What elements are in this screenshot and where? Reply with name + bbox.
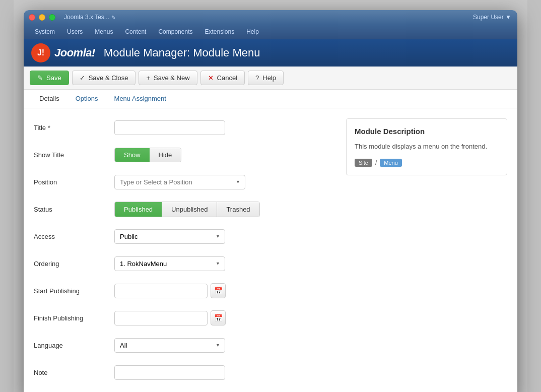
position-row: Position [34, 173, 336, 191]
breadcrumb-menu-tag: Menu [380, 159, 402, 167]
access-label: Access [34, 233, 114, 240]
breadcrumb-site-tag: Site [355, 159, 372, 167]
header-bar: J! Joomla! Module Manager: Module Menu [24, 39, 517, 67]
page-title: Module Manager: Module Menu [104, 46, 260, 59]
calendar-icon-2: 📅 [214, 314, 223, 322]
start-publishing-input[interactable] [114, 284, 208, 298]
finish-publishing-row: Finish Publishing 📅 [34, 309, 336, 327]
logo: J! Joomla! [31, 43, 95, 62]
toolbar: Save Save & Close Save & New Cancel Help [24, 67, 517, 90]
logo-text: Joomla! [54, 46, 95, 59]
nav-extensions[interactable]: Extensions [198, 24, 240, 39]
access-select-wrapper: Public Guest Registered Special Super Us… [114, 229, 225, 244]
ordering-label: Ordering [34, 260, 114, 268]
ordering-row: Ordering 1. RokNavMenu [34, 254, 336, 273]
access-select[interactable]: Public Guest Registered Special Super Us… [114, 229, 225, 244]
nav-users[interactable]: Users [61, 24, 89, 39]
language-label: Language [34, 342, 114, 349]
position-label: Position [34, 178, 114, 186]
show-title-row: Show Title Show Hide [34, 146, 336, 164]
logo-icon: J! [31, 43, 50, 62]
status-row: Status Published Unpublished Trashed [34, 200, 336, 218]
form-panel: Title * Show Title Show Hide Position [34, 118, 336, 390]
nav-help[interactable]: Help [240, 24, 265, 39]
status-label: Status [34, 206, 114, 213]
nav-components[interactable]: Components [152, 24, 198, 39]
save-new-icon [146, 74, 151, 82]
window-title: Joomla 3.x Tes... ✎ [64, 14, 115, 21]
cancel-icon [208, 74, 215, 82]
note-label: Note [34, 369, 114, 376]
ordering-select-wrapper: 1. RokNavMenu [114, 256, 225, 271]
finish-publishing-label: Finish Publishing [34, 314, 114, 322]
breadcrumb-separator: / [375, 159, 377, 166]
tab-options[interactable]: Options [67, 90, 106, 108]
published-button[interactable]: Published [115, 202, 162, 217]
position-input[interactable] [114, 175, 245, 189]
help-icon [255, 74, 260, 82]
minimize-button[interactable] [39, 14, 45, 21]
title-bar: Joomla 3.x Tes... ✎ Super User ▼ [24, 10, 517, 24]
side-panel: Module Description This module displays … [346, 118, 507, 390]
language-select-wrapper: All [114, 338, 225, 353]
start-publishing-wrapper: 📅 [114, 283, 226, 298]
ordering-select[interactable]: 1. RokNavMenu [114, 256, 225, 271]
start-publishing-calendar-button[interactable]: 📅 [211, 283, 226, 298]
content-area: Details Options Menu Assignment Title * [24, 90, 517, 392]
start-publishing-row: Start Publishing 📅 [34, 282, 336, 300]
title-label: Title * [34, 124, 114, 132]
nav-menus[interactable]: Menus [89, 24, 119, 39]
title-row: Title * [34, 118, 336, 137]
breadcrumb-tags: Site / Menu [355, 159, 499, 167]
close-button[interactable] [29, 14, 35, 21]
save-button[interactable]: Save [30, 71, 69, 85]
tab-bar: Details Options Menu Assignment [24, 90, 517, 108]
status-group: Published Unpublished Trashed [114, 202, 260, 217]
maximize-button[interactable] [49, 14, 55, 21]
access-row: Access Public Guest Registered Special S… [34, 227, 336, 245]
show-hide-group: Show Hide [114, 148, 181, 162]
finish-publishing-calendar-button[interactable]: 📅 [211, 310, 226, 325]
tab-menu-assignment[interactable]: Menu Assignment [106, 90, 174, 108]
language-select[interactable]: All [114, 338, 225, 353]
save-close-icon [80, 74, 86, 82]
language-row: Language All [34, 336, 336, 354]
navigation-bar: System Users Menus Content Components Ex… [24, 24, 517, 39]
module-description-box: Module Description This module displays … [346, 118, 507, 175]
trashed-button[interactable]: Trashed [217, 202, 259, 217]
finish-publishing-input[interactable] [114, 311, 208, 325]
calendar-icon: 📅 [214, 287, 223, 295]
main-content: Title * Show Title Show Hide Position [24, 108, 517, 392]
position-select-wrapper [114, 175, 245, 189]
show-title-label: Show Title [34, 151, 114, 159]
save-icon [37, 74, 44, 82]
note-row: Note [34, 363, 336, 381]
show-button[interactable]: Show [115, 148, 150, 162]
application-window: Joomla 3.x Tes... ✎ Super User ▼ System … [24, 10, 517, 392]
module-description-text: This module displays a menu on the front… [355, 142, 499, 152]
tab-details[interactable]: Details [31, 90, 67, 108]
svg-text:J!: J! [37, 48, 44, 57]
user-menu[interactable]: Super User ▼ [473, 14, 511, 21]
nav-content[interactable]: Content [119, 24, 152, 39]
finish-publishing-wrapper: 📅 [114, 310, 226, 325]
nav-system[interactable]: System [29, 24, 61, 39]
start-publishing-label: Start Publishing [34, 287, 114, 295]
save-close-button[interactable]: Save & Close [72, 71, 136, 85]
help-button[interactable]: Help [248, 71, 284, 85]
module-description-title: Module Description [355, 127, 499, 136]
cancel-button[interactable]: Cancel [200, 71, 245, 85]
save-new-button[interactable]: Save & New [139, 71, 197, 85]
note-input[interactable] [114, 365, 225, 380]
hide-button[interactable]: Hide [150, 148, 181, 162]
title-input[interactable] [114, 120, 225, 135]
unpublished-button[interactable]: Unpublished [162, 202, 217, 217]
